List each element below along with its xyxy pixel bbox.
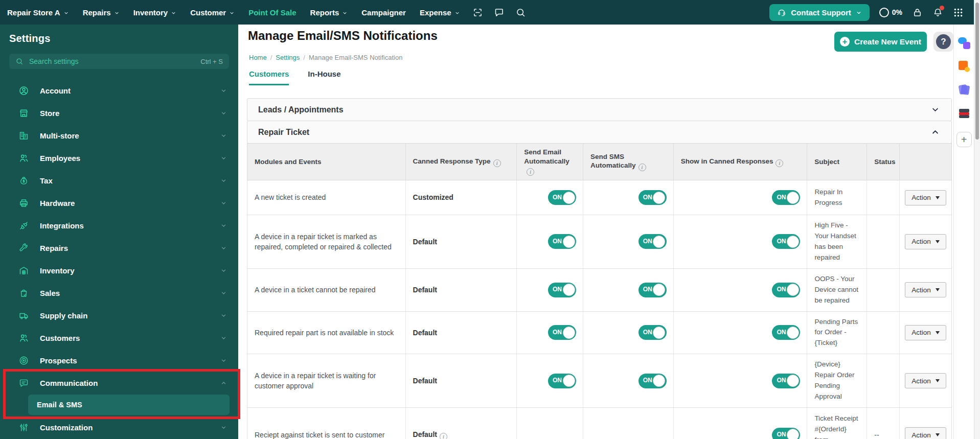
create-new-event-button[interactable]: + Create New Event xyxy=(834,32,927,52)
action-button[interactable]: Action xyxy=(905,282,946,297)
sidebar-item-repairs[interactable]: Repairs xyxy=(0,237,238,259)
send-sms-toggle[interactable]: ON xyxy=(639,190,667,205)
toggle-knob xyxy=(787,284,799,296)
table-body: A new ticket is createdCustomizedONONONR… xyxy=(247,180,952,439)
breadcrumb-settings[interactable]: Settings xyxy=(276,54,300,61)
breadcrumb-home[interactable]: Home xyxy=(249,54,267,61)
show-in-canned-toggle[interactable]: ON xyxy=(772,234,800,249)
send-email-toggle[interactable]: ON xyxy=(548,325,576,340)
sidebar-item-customization[interactable]: Customization xyxy=(0,416,238,438)
show-in-canned-toggle[interactable]: ON xyxy=(772,283,800,297)
sidebar-item-communication[interactable]: Communication xyxy=(0,372,238,394)
settings-search[interactable]: Ctrl + S xyxy=(9,54,229,69)
nav-item-customer[interactable]: Customer xyxy=(190,8,235,17)
table-row: A device in a ticket cannot be repairedD… xyxy=(247,269,952,312)
sidebar-items: AccountStoreMulti-storeEmployeesTaxHardw… xyxy=(0,79,238,438)
info-icon[interactable]: i xyxy=(440,433,447,439)
info-icon[interactable]: i xyxy=(527,168,534,176)
notes-extension-icon[interactable] xyxy=(958,84,970,96)
apps-grid-icon[interactable] xyxy=(953,7,964,18)
show-in-canned-toggle[interactable]: ON xyxy=(772,428,800,439)
tabs: CustomersIn-House xyxy=(249,70,341,85)
notifications-button[interactable] xyxy=(932,7,943,18)
chevron-down-icon xyxy=(229,10,235,16)
sidebar-item-inventory[interactable]: Inventory xyxy=(0,259,238,282)
tab-in-house[interactable]: In-House xyxy=(308,70,340,85)
sidebar-item-customers[interactable]: Customers xyxy=(0,327,238,349)
sidebar-item-tax[interactable]: Tax xyxy=(0,169,238,192)
action-button[interactable]: Action xyxy=(905,234,946,249)
sidebar-item-supply-chain[interactable]: Supply chain xyxy=(0,304,238,327)
chevron-down-icon xyxy=(220,245,227,251)
caret-down-icon xyxy=(936,288,940,291)
nav-item-label: Expense xyxy=(420,8,451,17)
send-sms-toggle[interactable]: ON xyxy=(639,325,667,340)
sidebar-item-hardware[interactable]: Hardware xyxy=(0,192,238,214)
nav-item-repairs[interactable]: Repairs xyxy=(83,8,120,17)
info-icon[interactable]: i xyxy=(639,164,646,171)
scrollbar-thumb[interactable] xyxy=(975,3,979,140)
help-button[interactable]: ? xyxy=(933,32,953,52)
search-icon[interactable] xyxy=(515,7,526,18)
sidebar-subitem-email-sms[interactable]: Email & SMS xyxy=(28,395,230,415)
event-label: A device in a repair ticket is marked as… xyxy=(255,232,399,252)
nav-item-point-of-sale[interactable]: Point Of Sale xyxy=(248,8,296,17)
send-email-toggle[interactable]: ON xyxy=(548,234,576,249)
stack-extension-icon[interactable] xyxy=(958,107,970,120)
chat-icon[interactable] xyxy=(494,7,505,18)
column-header-label: Send SMS Automaticallyi xyxy=(590,152,668,172)
table-row: Reciept against ticket is sent to custom… xyxy=(247,408,952,439)
nav-item-expense[interactable]: Expense xyxy=(420,8,460,17)
info-icon[interactable]: i xyxy=(776,159,783,167)
settings-search-input[interactable] xyxy=(28,57,196,66)
sidebar-item-sales[interactable]: Sales xyxy=(0,282,238,304)
action-button[interactable]: Action xyxy=(905,325,946,340)
nav-item-reports[interactable]: Reports xyxy=(310,8,348,17)
action-button[interactable]: Action xyxy=(905,427,946,439)
contact-support-button[interactable]: Contact Support xyxy=(769,4,870,21)
action-cell: Action xyxy=(900,354,951,407)
nav-item-campaigner[interactable]: Campaigner xyxy=(361,8,406,17)
toggle-on-label: ON xyxy=(643,376,652,385)
section-repair-ticket[interactable]: Repair Ticket xyxy=(247,121,952,144)
send-email-toggle[interactable]: ON xyxy=(548,283,576,297)
info-icon[interactable]: i xyxy=(493,159,501,167)
scan-icon[interactable] xyxy=(472,7,483,18)
chat-extension-icon[interactable] xyxy=(958,37,970,49)
warehouse-icon xyxy=(18,265,29,276)
nav-item-inventory[interactable]: Inventory xyxy=(133,8,177,17)
send-sms-toggle[interactable]: ON xyxy=(639,234,667,249)
send-sms-cell: ON xyxy=(583,312,674,354)
event-label: Reciept against ticket is sent to custom… xyxy=(255,430,384,439)
lock-icon[interactable] xyxy=(912,7,923,18)
show-in-canned-toggle[interactable]: ON xyxy=(772,325,800,340)
sidebar-item-store[interactable]: Store xyxy=(0,102,238,124)
chevron-down-icon xyxy=(220,424,227,431)
send-email-toggle[interactable]: ON xyxy=(548,374,576,388)
send-sms-cell: ON xyxy=(583,215,674,268)
send-sms-toggle[interactable]: ON xyxy=(639,374,667,388)
wrench-icon xyxy=(18,243,29,253)
action-button[interactable]: Action xyxy=(905,190,946,205)
toggle-knob xyxy=(563,375,575,387)
action-button[interactable]: Action xyxy=(905,373,946,388)
sidebar-item-prospects[interactable]: Prospects xyxy=(0,349,238,372)
toggle-knob xyxy=(787,236,799,248)
add-extension-button[interactable]: + xyxy=(956,132,972,147)
sidebar-item-employees[interactable]: Employees xyxy=(0,147,238,169)
sidebar-item-integrations[interactable]: Integrations xyxy=(0,214,238,237)
show-in-canned-toggle[interactable]: ON xyxy=(772,374,800,388)
sidebar-item-account[interactable]: Account xyxy=(0,79,238,102)
sidebar-item-multi-store[interactable]: Multi-store xyxy=(0,124,238,147)
section-leads-appointments[interactable]: Leads / Appointments xyxy=(247,98,952,121)
send-email-toggle[interactable]: ON xyxy=(548,190,576,205)
tab-customers[interactable]: Customers xyxy=(249,70,289,85)
nav-item-repair-store-a[interactable]: Repair Store A xyxy=(7,8,69,17)
show-in-canned-toggle[interactable]: ON xyxy=(772,190,800,205)
send-sms-toggle[interactable]: ON xyxy=(639,283,667,297)
orange-extension-icon[interactable] xyxy=(958,60,970,73)
section-title: Leads / Appointments xyxy=(258,105,344,114)
usage-indicator[interactable]: 0% xyxy=(879,8,902,17)
status-label: -- xyxy=(874,430,879,439)
action-cell: Action xyxy=(900,180,951,215)
